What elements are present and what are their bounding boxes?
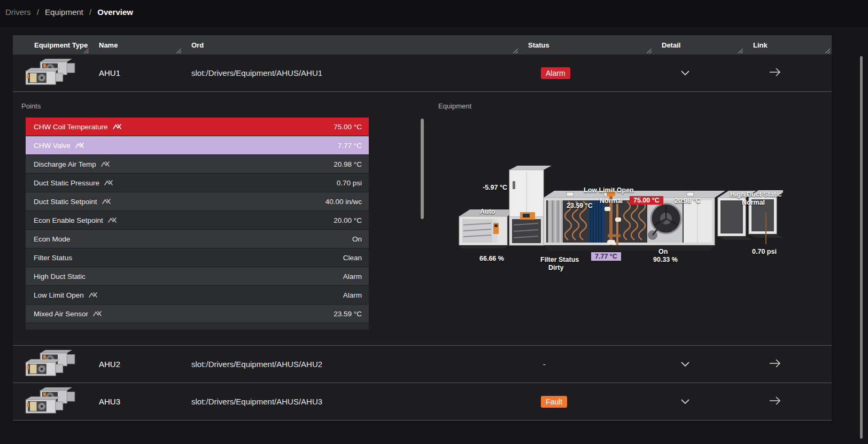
- point-label: Low Limit Open: [34, 291, 84, 299]
- duct-pressure-label: 0.70 psi: [752, 248, 777, 255]
- point-row[interactable]: Duct Static Pressure 0.70 psi: [26, 174, 369, 192]
- detail-expander-button[interactable]: [681, 68, 692, 76]
- trend-chart-icon[interactable]: [84, 329, 93, 330]
- trend-chart-icon[interactable]: [89, 291, 98, 299]
- chw-coil-temp-badge: 75.00 °C: [630, 196, 663, 205]
- trend-chart-icon[interactable]: [101, 160, 110, 168]
- column-resize-handle[interactable]: [738, 49, 743, 53]
- point-row[interactable]: Econ Enable Setpoint 20.00 °C: [26, 211, 369, 229]
- breadcrumb-separator: /: [89, 7, 91, 17]
- equipment-panel: Equipment: [428, 96, 828, 341]
- detail-expander-button[interactable]: [681, 360, 692, 367]
- point-label: CHW Coil Temperature: [34, 123, 108, 131]
- column-resize-handle[interactable]: [84, 49, 89, 53]
- point-label: CHW Valve: [34, 142, 71, 150]
- point-row[interactable]: Filter Status Clean: [26, 248, 369, 267]
- breadcrumb-drivers[interactable]: Drivers: [5, 7, 31, 17]
- point-value: 23.59 °C: [334, 310, 362, 318]
- mixed-air-temp-label: 23.59 °C: [567, 202, 593, 209]
- status-text: -: [543, 360, 546, 369]
- point-value: Clean: [343, 254, 362, 262]
- ahu-thumbnail-image: [25, 387, 76, 415]
- equipment-ord: slot:/Drivers/Equipment/AHUS/AHU2: [183, 360, 520, 369]
- point-row[interactable]: Mixed Air Sensor 23.59 °C: [26, 305, 369, 323]
- point-value: 0.70 psi: [337, 179, 362, 187]
- status-badge-alarm: Alarm: [541, 67, 570, 79]
- points-section-title: Points: [21, 102, 41, 110]
- top-bar: Drivers / Equipment / Overview: [0, 0, 868, 27]
- equipment-name: AHU1: [90, 68, 183, 77]
- trend-chart-icon[interactable]: [75, 142, 84, 149]
- point-label: Filter Status: [34, 254, 72, 262]
- filter-status-value: Dirty: [548, 264, 563, 271]
- column-header-equipment-type[interactable]: Equipment Type: [13, 35, 90, 54]
- fan-pct-label: 90.33 %: [653, 256, 678, 263]
- point-row[interactable]: High Duct Static Alarm: [26, 267, 369, 285]
- oa-temp-label: -5.97 °C: [483, 184, 507, 191]
- column-header-link[interactable]: Link: [745, 35, 832, 54]
- breadcrumb-separator: /: [37, 7, 39, 17]
- ahu1-detail-panel: Points CHW Coil Temperature 75.00 °C CHW…: [13, 92, 832, 346]
- point-row[interactable]: Low Limit Open Alarm: [26, 286, 369, 304]
- table-row-ahu2[interactable]: AHU2 slot:/Drivers/Equipment/AHUS/AHU2 -: [13, 346, 832, 383]
- column-header-detail[interactable]: Detail: [653, 35, 745, 54]
- link-arrow-button[interactable]: [769, 396, 782, 406]
- column-resize-handle[interactable]: [647, 49, 652, 53]
- point-label: High Duct Static: [34, 272, 86, 281]
- trend-chart-icon[interactable]: [113, 123, 122, 130]
- point-value: Alarm: [343, 291, 362, 299]
- link-arrow-button[interactable]: [769, 359, 782, 369]
- breadcrumb: Drivers / Equipment / Overview: [5, 7, 133, 17]
- points-scrollbar-thumb[interactable]: [421, 119, 424, 219]
- high-duct-static-label: High Duct Static: [730, 191, 782, 198]
- chw-valve-temp-badge: 7.77 °C: [591, 252, 621, 261]
- trend-chart-icon[interactable]: [93, 310, 102, 317]
- point-row[interactable]: CHW Valve 7.77 °C: [26, 136, 369, 154]
- equipment-section-title: Equipment: [438, 102, 471, 110]
- points-list: CHW Coil Temperature 75.00 °C CHW Valve …: [26, 118, 369, 330]
- breadcrumb-equipment[interactable]: Equipment: [45, 7, 83, 17]
- ahu-diagram-graphic: [457, 165, 783, 261]
- filter-status-label: Filter Status: [540, 256, 579, 263]
- point-label: Discharge Air Temp: [34, 160, 96, 168]
- point-label: Econ Mode: [34, 235, 70, 243]
- point-value: 7.77 °C: [338, 142, 362, 150]
- point-label: OA Wall Temp: [34, 329, 79, 330]
- low-limit-label: Low Limit Open: [584, 186, 634, 194]
- point-row[interactable]: Duct Static Setpoint 40.00 in/wc: [26, 192, 369, 211]
- point-value: Alarm: [343, 272, 362, 281]
- point-row[interactable]: OA Wall Temp: [26, 323, 369, 330]
- trend-chart-icon[interactable]: [108, 216, 117, 224]
- ahu-thumbnail-image: [25, 58, 76, 86]
- point-value: 20.00 °C: [334, 216, 362, 224]
- equipment-name: AHU3: [90, 397, 183, 406]
- low-limit-value: Normal: [600, 197, 623, 205]
- point-row[interactable]: Discharge Air Temp 20.98 °C: [26, 155, 369, 173]
- trend-chart-icon[interactable]: [102, 198, 111, 205]
- table-row-ahu3[interactable]: AHU3 slot:/Drivers/Equipment/AHUS/AHU3 F…: [13, 383, 832, 420]
- table-header-row: Equipment Type Name Ord Status Detail Li…: [13, 35, 832, 54]
- page-scrollbar-thumb[interactable]: [860, 56, 863, 439]
- point-value: 20.98 °C: [334, 160, 362, 168]
- column-resize-handle[interactable]: [825, 49, 830, 53]
- equipment-table: Equipment Type Name Ord Status Detail Li…: [13, 35, 832, 420]
- point-row[interactable]: Econ Mode On: [26, 230, 369, 248]
- damper-pct-label: 66.66 %: [479, 255, 504, 262]
- column-resize-handle[interactable]: [176, 49, 181, 53]
- high-duct-static-value: Normal: [742, 199, 765, 206]
- point-row[interactable]: CHW Coil Temperature 75.00 °C: [26, 118, 369, 136]
- link-arrow-button[interactable]: [769, 68, 782, 77]
- table-row-ahu1[interactable]: AHU1 slot:/Drivers/Equipment/AHUS/AHU1 A…: [13, 54, 832, 92]
- equipment-name: AHU2: [90, 360, 183, 369]
- column-header-name[interactable]: Name: [90, 35, 183, 54]
- column-header-ord[interactable]: Ord: [183, 35, 520, 54]
- trend-chart-icon[interactable]: [104, 179, 113, 186]
- detail-expander-button[interactable]: [681, 397, 692, 404]
- column-resize-handle[interactable]: [513, 49, 518, 53]
- point-label: Duct Static Pressure: [34, 179, 99, 187]
- damper-mode-label: Auto: [480, 208, 495, 215]
- column-header-status[interactable]: Status: [520, 35, 653, 54]
- fan-status-label: On: [658, 248, 668, 255]
- point-label: Duct Static Setpoint: [34, 198, 97, 206]
- discharge-temp-label: 20.98 °C: [675, 197, 701, 205]
